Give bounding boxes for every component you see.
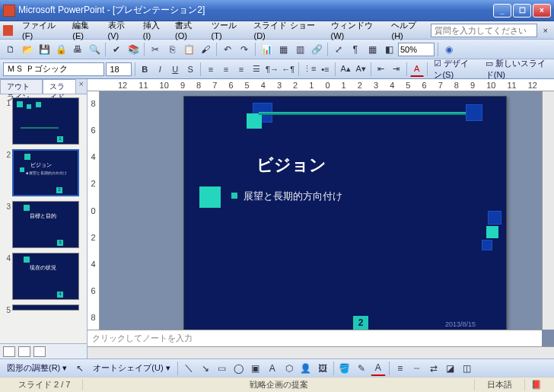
3d-style-icon[interactable]: ◫ <box>460 361 475 376</box>
print-icon[interactable]: 🖶 <box>70 42 85 57</box>
textbox-icon[interactable]: ▣ <box>248 361 263 376</box>
horizontal-scrollbar[interactable] <box>88 346 554 359</box>
menu-window[interactable]: ウィンドウ(W) <box>326 18 387 42</box>
font-size-select[interactable]: 18 <box>106 62 131 76</box>
picture-icon[interactable]: 🖼 <box>315 361 330 376</box>
arrow-icon[interactable]: ↘ <box>198 361 213 376</box>
increase-font-icon[interactable]: A▴ <box>339 62 352 77</box>
help-search-input[interactable] <box>431 24 537 37</box>
fill-color-icon[interactable]: 🪣 <box>337 361 352 376</box>
open-icon[interactable]: 📂 <box>20 42 35 57</box>
align-center-icon[interactable]: ≡ <box>219 62 233 77</box>
color-toggle-icon[interactable]: ◧ <box>381 42 396 57</box>
tables-borders-icon[interactable]: ▥ <box>292 42 307 57</box>
permission-icon[interactable]: 🔒 <box>53 42 68 57</box>
expand-icon[interactable]: ⤢ <box>331 42 346 57</box>
menu-tools[interactable]: ツール(T) <box>207 18 250 42</box>
preview-icon[interactable]: 🔍 <box>87 42 102 57</box>
slide-body[interactable]: 展望と長期的方向付け <box>244 190 342 203</box>
thumbnail[interactable]: 目標と目的 3 <box>12 201 79 248</box>
menu-edit[interactable]: 編集(E) <box>68 18 103 42</box>
menu-help[interactable]: ヘルプ(H) <box>387 18 430 42</box>
tab-outline[interactable]: アウトライン <box>0 79 43 94</box>
clipart-icon[interactable]: 👤 <box>298 361 314 376</box>
oval-icon[interactable]: ◯ <box>231 361 247 376</box>
menu-view[interactable]: 表示(V) <box>103 18 138 42</box>
app-menu-icon[interactable] <box>3 25 13 36</box>
slideshow-view-icon[interactable] <box>33 346 46 357</box>
spell-icon[interactable]: ✔ <box>109 42 124 57</box>
distribute-icon[interactable]: ☰ <box>250 62 263 77</box>
wordart-icon[interactable]: A <box>265 361 280 376</box>
thumbnail[interactable]: 現在の状況 4 <box>12 253 79 300</box>
chart-icon[interactable]: 📊 <box>259 42 274 57</box>
menu-insert[interactable]: 挿入(I) <box>138 18 170 42</box>
doc-close-icon[interactable]: × <box>540 26 551 35</box>
show-format-icon[interactable]: ¶ <box>348 42 363 57</box>
thumbnail[interactable]: 1 <box>12 97 79 145</box>
arrow-style-icon[interactable]: ⇄ <box>426 361 441 376</box>
align-right-icon[interactable]: ≡ <box>234 62 248 77</box>
adjust-shape-button[interactable]: 図形の調整(R) ▾ <box>3 360 71 376</box>
rectangle-icon[interactable]: ▭ <box>215 361 230 376</box>
table-icon[interactable]: ▦ <box>275 42 291 57</box>
font-name-select[interactable]: ＭＳ Ｐゴシック <box>3 62 104 76</box>
decrease-font-icon[interactable]: A▾ <box>354 62 368 77</box>
ruler-vertical[interactable]: 864202468 <box>88 91 100 330</box>
menu-format[interactable]: 書式(O) <box>170 18 206 42</box>
line-style-icon[interactable]: ≡ <box>393 361 408 376</box>
research-icon[interactable]: 📚 <box>126 42 141 57</box>
align-left-icon[interactable]: ≡ <box>204 62 218 77</box>
font-color-icon[interactable]: A <box>410 62 424 77</box>
minimize-button[interactable]: _ <box>493 4 511 18</box>
save-icon[interactable]: 💾 <box>37 42 52 57</box>
underline-button[interactable]: U <box>168 62 182 77</box>
status-spell-icon[interactable]: 📕 <box>525 380 548 390</box>
close-button[interactable]: × <box>533 4 551 18</box>
thumbnail[interactable]: ビジョン ■ 展望と長期的方向付け 2 <box>12 149 79 196</box>
zoom-input[interactable] <box>398 43 435 56</box>
normal-view-icon[interactable] <box>3 346 15 357</box>
line-icon[interactable]: ＼ <box>181 361 196 376</box>
rtl-icon[interactable]: ←¶ <box>281 62 295 77</box>
tab-slides[interactable]: スライド <box>43 79 75 94</box>
bold-button[interactable]: B <box>138 62 151 77</box>
ltr-icon[interactable]: ¶→ <box>265 62 279 77</box>
vertical-scrollbar[interactable] <box>542 91 554 330</box>
diagram-icon[interactable]: ⬡ <box>282 361 297 376</box>
help-icon[interactable]: ◉ <box>441 42 457 57</box>
autoshape-button[interactable]: オートシェイプ(U) ▾ <box>89 360 174 376</box>
thumbnail[interactable] <box>12 304 79 311</box>
format-painter-icon[interactable]: 🖌 <box>198 42 213 57</box>
slide-canvas[interactable]: ビジョン 展望と長期的方向付け 2 2013/8/15 <box>100 91 542 330</box>
copy-icon[interactable]: ⎘ <box>164 42 180 57</box>
hyperlink-icon[interactable]: 🔗 <box>309 42 324 57</box>
notes-pane[interactable]: クリックしてノートを入力 <box>88 330 542 346</box>
font-color-icon[interactable]: A <box>371 361 386 376</box>
paste-icon[interactable]: 📋 <box>181 42 196 57</box>
select-icon[interactable]: ↖ <box>72 361 88 376</box>
increase-indent-icon[interactable]: ⇥ <box>390 62 403 77</box>
undo-icon[interactable]: ↶ <box>220 42 235 57</box>
redo-icon[interactable]: ↷ <box>237 42 252 57</box>
new-icon[interactable]: 🗋 <box>3 42 18 57</box>
menu-slideshow[interactable]: スライド ショー(D) <box>249 18 326 42</box>
decrease-indent-icon[interactable]: ⇤ <box>374 62 388 77</box>
bullets-icon[interactable]: •≡ <box>318 62 332 77</box>
pane-close-icon[interactable]: × <box>76 79 87 94</box>
line-color-icon[interactable]: ✎ <box>354 361 369 376</box>
numbering-icon[interactable]: ⋮≡ <box>302 62 317 77</box>
slide-title[interactable]: ビジョン <box>256 154 326 177</box>
grid-icon[interactable]: ▦ <box>365 42 380 57</box>
ruler-horizontal[interactable]: 1211109876543210123456789101112 <box>88 79 554 91</box>
thumbnails-list[interactable]: 1 1 2 ビジョン ■ 展望と長期的方向付け 2 3 <box>0 94 87 343</box>
dash-style-icon[interactable]: ┈ <box>409 361 425 376</box>
italic-button[interactable]: I <box>153 62 167 77</box>
menu-file[interactable]: ファイル(F) <box>18 18 68 42</box>
cut-icon[interactable]: ✂ <box>148 42 163 57</box>
shadow-button[interactable]: S <box>183 62 197 77</box>
sorter-view-icon[interactable] <box>18 346 30 357</box>
maximize-button[interactable]: ☐ <box>513 4 531 18</box>
slide[interactable]: ビジョン 展望と長期的方向付け 2 2013/8/15 <box>183 96 507 330</box>
shadow-style-icon[interactable]: ◪ <box>443 361 458 376</box>
